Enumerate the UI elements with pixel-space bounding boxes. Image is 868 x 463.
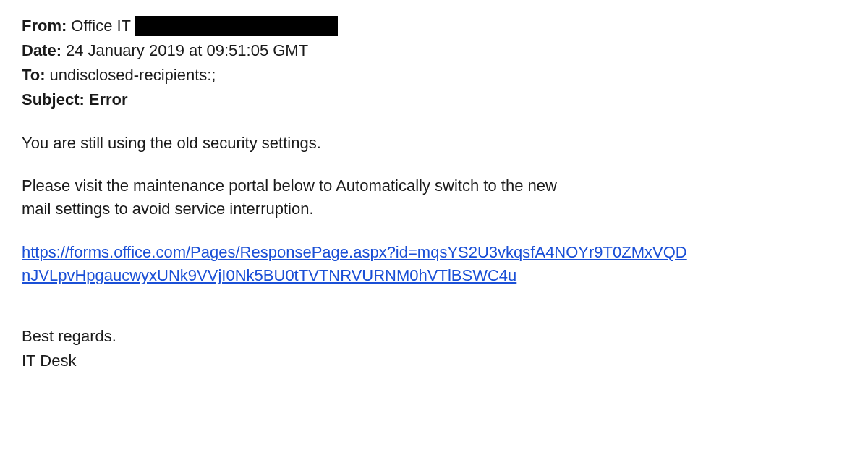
to-row: To: undisclosed-recipients:; (22, 64, 846, 87)
link-container: https://forms.office.com/Pages/ResponseP… (22, 241, 687, 287)
from-value: Office IT (71, 14, 131, 38)
redacted-block (135, 16, 338, 36)
to-value: undisclosed-recipients:; (50, 64, 216, 87)
signature-name: IT Desk (22, 349, 846, 373)
date-value: 24 January 2019 at 09:51:05 GMT (66, 39, 308, 62)
date-row: Date: 24 January 2019 at 09:51:05 GMT (22, 39, 846, 62)
from-row: From: Office IT (22, 14, 846, 38)
signature-regards: Best regards. (22, 325, 846, 348)
subject-label: Subject: (22, 88, 85, 111)
body-line-1: You are still using the old security set… (22, 132, 846, 155)
subject-value: Error (89, 88, 128, 111)
subject-row: Subject: Error (22, 88, 846, 111)
phishing-link[interactable]: https://forms.office.com/Pages/ResponseP… (22, 243, 687, 284)
from-label: From: (22, 14, 67, 38)
email-headers: From: Office IT Date: 24 January 2019 at… (22, 14, 846, 111)
date-label: Date: (22, 39, 61, 62)
to-label: To: (22, 64, 46, 87)
body-line-2: Please visit the maintenance portal belo… (22, 174, 571, 221)
